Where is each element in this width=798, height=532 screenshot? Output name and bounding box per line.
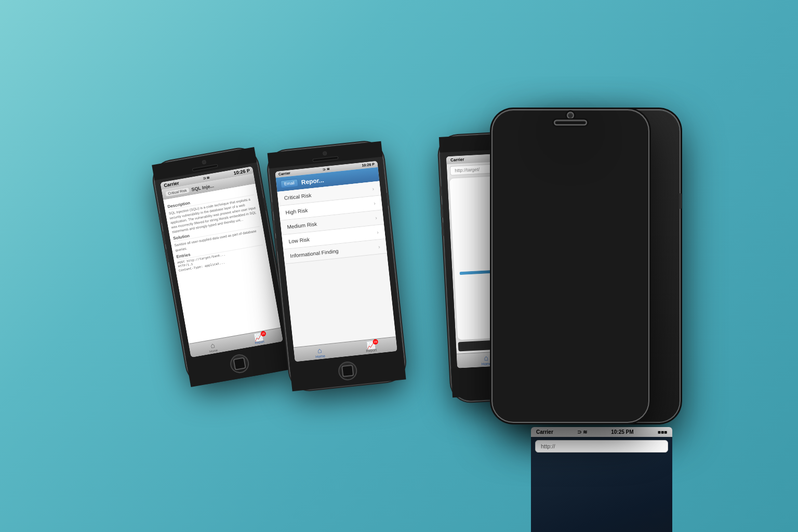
phone3-carrier: Carrier [450,157,464,162]
phone3-url-text: http://target/ [455,167,480,174]
mute-switch [158,214,162,223]
phone4-carrier: Carrier [536,429,553,435]
phone3-volume-down [441,223,444,236]
risk-arrow-critical: › [372,186,374,192]
phone4-camera [568,113,573,118]
phone1-wifi-icon: ⊃ ≋ [203,176,210,181]
phone3-mute-switch [440,187,442,196]
phone3-home-icon: ⌂ [484,354,488,362]
risk-arrow-info: › [378,244,380,249]
phone4-url-bar[interactable]: http:// [535,440,668,453]
risk-arrow-medium: › [375,215,377,220]
phone2-volume-down [274,238,278,251]
phone-4-device: Carrier ⊃ ≋ 10:25 PM ■■■ http:// WS ⌂ Ho… [524,110,680,422]
phone2-wifi: ⊃ ≋ [322,167,330,171]
phone2-screen-area: Carrier ⊃ ≋ 10:26 P Email Repor... Criti… [275,161,397,362]
phones-showcase: Carrier ⊃ ≋ 10:26 P Critical Risk SQL In… [87,32,711,500]
phone4-url-text: http:// [541,443,555,449]
phone2-report-badge: 28 [373,339,378,344]
phone1-screen: Carrier ⊃ ≋ 10:26 P Critical Risk SQL In… [160,166,283,357]
phone4-speaker [555,121,586,125]
phone2-mute-switch [271,202,274,211]
risk-label-low: Low Risk [288,236,310,244]
risk-arrow-high: › [374,201,376,206]
phone2-screen: Carrier ⊃ ≋ 10:26 P Email Repor... Criti… [275,161,397,362]
risk-label-medium: Medium Risk [287,221,317,230]
power-button [263,198,268,211]
phone1-content: Description SQL Injection (SQLi) is a co… [163,184,281,344]
phone-2-device: Carrier ⊃ ≋ 10:26 P Email Repor... Criti… [268,141,406,391]
phone1-nav-title: SQL Inje... [191,183,215,192]
phone3-volume-up [441,205,443,218]
phone2-report-title: Repor... [301,176,324,186]
phone2-volume-up [272,220,276,233]
volume-down-button [165,249,169,262]
phone4-time: 10:25 PM [611,429,633,435]
phone1-home-icon: ⌂ [210,341,216,349]
speaker [192,164,218,172]
camera [202,159,206,164]
phone2-home-icon: ⌂ [317,347,322,354]
phone4-power-button [679,193,682,209]
phone4-battery: ■■■ [658,429,667,435]
phone1-home-label: Home [209,349,218,353]
phone2-home-label: Home [315,354,325,358]
phone2-camera [323,151,327,156]
phone4-top [493,110,648,422]
phone2-home-button[interactable] [337,361,358,381]
phone2-email-button[interactable]: Email [280,179,298,188]
phone2-time: 10:26 P [362,162,375,168]
volume-up-button [162,232,166,245]
phone2-power-button [387,193,390,206]
risk-label-critical: Critical Risk [284,192,312,201]
phone2-risk-list: Critical Risk › High Risk › Medium Risk … [277,181,395,347]
phone1-home-button[interactable] [229,353,250,375]
phone1-critical-label: Critical Risk [168,189,188,195]
phone2-carrier: Carrier [278,171,291,176]
phone2-home-button-inner [341,365,354,377]
risk-label-info: Informational Finding [290,248,339,259]
risk-arrow-low: › [377,229,379,235]
phone3-home-label: Home [482,362,491,366]
risk-label-high: High Risk [285,207,308,215]
phone1-screen-area: Carrier ⊃ ≋ 10:26 P Critical Risk SQL In… [160,166,283,357]
phone2-speaker [312,156,338,162]
phone4-logo-area: WS [531,456,672,532]
phone4-status-bar: Carrier ⊃ ≋ 10:25 PM ■■■ [531,427,672,437]
phone4-screen-area: Carrier ⊃ ≋ 10:25 PM ■■■ http:// WS ⌂ Ho… [531,427,672,532]
phone4-screen: Carrier ⊃ ≋ 10:25 PM ■■■ http:// WS ⌂ Ho… [531,427,672,532]
phone1-home-button-inner [233,357,246,370]
phone4-wifi-icon: ⊃ ≋ [577,429,587,435]
